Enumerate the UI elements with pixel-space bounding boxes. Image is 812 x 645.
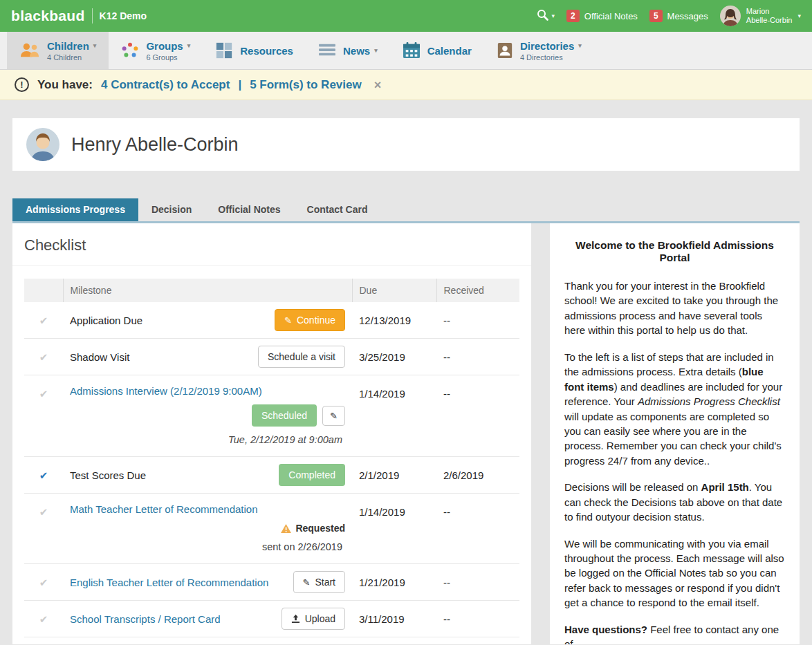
- start-button[interactable]: ✎Start: [293, 571, 345, 593]
- caret-down-icon: ▾: [93, 42, 97, 49]
- received-date: --: [436, 637, 519, 645]
- check-column-header: [24, 279, 63, 302]
- tab-decision[interactable]: Decision: [138, 198, 205, 221]
- welcome-paragraph: To the left is a list of steps that are …: [564, 350, 785, 469]
- due-date: 4/1/2019: [352, 637, 436, 645]
- warning-icon: [281, 524, 291, 533]
- nav-item-children[interactable]: Children▾ 4 Children: [7, 32, 109, 69]
- news-icon: [318, 43, 336, 58]
- main-content: Henry Abelle-Corbin Admissions Progress …: [0, 118, 812, 644]
- welcome-panel: Welcome to the Brookfield Admissions Por…: [550, 223, 800, 644]
- user-avatar: [720, 6, 741, 26]
- caret-down-icon: ▾: [578, 42, 582, 49]
- scheduled-status-badge: Scheduled: [252, 404, 317, 427]
- checklist-panel: Checklist Milestone Due Received: [12, 223, 531, 644]
- due-date: 12/13/2019: [352, 302, 436, 339]
- checklist-row-shadow-visit: ✔ Shadow Visit Schedule a visit 3/25/201…: [24, 339, 519, 375]
- calendar-icon: [403, 42, 421, 59]
- caret-down-icon: ▾: [374, 47, 378, 54]
- caret-down-icon: ▾: [552, 12, 555, 19]
- tab-admissions-progress[interactable]: Admissions Progress: [12, 198, 138, 221]
- check-icon: ✔: [24, 339, 63, 375]
- checklist-row-open-house: ✔ Attend an Open House Registered: [24, 637, 519, 645]
- due-date: 1/14/2019: [352, 375, 436, 457]
- transcripts-link[interactable]: School Transcripts / Report Card: [70, 613, 221, 625]
- nav-item-directories[interactable]: Directories▾ 4 Directories: [484, 32, 594, 69]
- brand-divider: [92, 8, 93, 24]
- english-letter-link[interactable]: English Teacher Letter of Recommendation: [70, 577, 268, 588]
- forms-to-review-link[interactable]: 5 Form(s) to Review: [250, 78, 362, 92]
- edit-icon: ✎: [284, 316, 292, 325]
- received-date: --: [436, 375, 519, 457]
- tab-official-notes[interactable]: Official Notes: [205, 198, 293, 221]
- received-date: --: [436, 339, 519, 375]
- nav-sub-groups: 6 Groups: [146, 53, 190, 62]
- table-header-row: Milestone Due Received: [24, 279, 519, 302]
- nav-item-groups[interactable]: Groups▾ 6 Groups: [109, 32, 203, 69]
- checklist-row-interview: ✔ Admissions Interview (2/12/2019 9:00AM…: [24, 375, 519, 457]
- official-notes-badge: 2: [566, 10, 580, 22]
- groups-icon: [121, 41, 139, 59]
- student-name: Henry Abelle-Corbin: [71, 134, 239, 156]
- due-column-header: Due: [352, 279, 436, 302]
- upload-button[interactable]: Upload: [282, 608, 345, 630]
- received-date: 2/6/2019: [436, 457, 519, 494]
- welcome-paragraph: Thank you for your interest in the Brook…: [564, 279, 785, 338]
- edit-icon: ✎: [330, 411, 338, 420]
- received-column-header: Received: [436, 279, 519, 302]
- nav-item-news[interactable]: News▾: [306, 32, 390, 69]
- continue-button[interactable]: ✎Continue: [275, 309, 345, 331]
- received-date: --: [436, 564, 519, 601]
- close-icon[interactable]: ×: [374, 79, 382, 91]
- children-icon: [19, 41, 40, 59]
- blackbaud-logo: blackbaud: [11, 8, 85, 24]
- milestone-label: Test Scores Due: [70, 469, 146, 481]
- tab-bar: Admissions Progress Decision Official No…: [12, 198, 800, 223]
- schedule-visit-button[interactable]: Schedule a visit: [258, 346, 345, 368]
- student-profile-header: Henry Abelle-Corbin: [12, 118, 800, 171]
- nav-sub-children: 4 Children: [47, 53, 96, 62]
- nav-item-calendar[interactable]: Calendar: [390, 32, 484, 69]
- user-menu[interactable]: Marion Abelle-Corbin ▾: [720, 6, 801, 26]
- received-date: --: [436, 601, 519, 637]
- completed-status-badge: Completed: [279, 464, 345, 486]
- messages-badge: 5: [649, 10, 663, 22]
- due-date: 2/1/2019: [352, 457, 436, 494]
- messages-link[interactable]: 5 Messages: [649, 10, 708, 22]
- check-icon: ✔: [24, 601, 63, 637]
- student-avatar: [26, 128, 59, 161]
- math-letter-link[interactable]: Math Teacher Letter of Recommendation: [70, 503, 345, 515]
- contracts-to-accept-link[interactable]: 4 Contract(s) to Accept: [101, 78, 230, 92]
- search-menu[interactable]: ▾: [537, 9, 555, 24]
- admissions-interview-link[interactable]: Admissions Interview (2/12/2019 9:00AM): [70, 385, 345, 397]
- nav-item-resources[interactable]: Resources: [203, 32, 306, 69]
- check-icon: ✔: [24, 375, 63, 457]
- directories-icon: [497, 42, 513, 59]
- app-name: K12 Demo: [100, 10, 147, 21]
- received-date: --: [436, 302, 519, 339]
- check-icon: ✔: [24, 494, 63, 564]
- alert-separator: |: [238, 78, 241, 92]
- checklist-row-application: ✔ Application Due ✎Continue 12/13/2019 -…: [24, 302, 519, 339]
- due-date: 3/11/2019: [352, 601, 436, 637]
- caret-down-icon: ▾: [187, 42, 191, 49]
- check-icon-completed: ✔: [24, 457, 63, 494]
- search-icon: [537, 9, 548, 24]
- notification-bar: ! You have: 4 Contract(s) to Accept | 5 …: [0, 70, 812, 100]
- tab-contact-card[interactable]: Contact Card: [294, 198, 381, 221]
- checklist-row-test-scores: ✔ Test Scores Due Completed 2/1/2019 2/6…: [24, 457, 519, 494]
- checklist-row-math-letter: ✔ Math Teacher Letter of Recommendation …: [24, 494, 519, 564]
- checklist-row-english-letter: ✔ English Teacher Letter of Recommendati…: [24, 564, 519, 601]
- upload-icon: [291, 615, 300, 624]
- due-date: 1/21/2019: [352, 564, 436, 601]
- official-notes-link[interactable]: 2 Official Notes: [566, 10, 638, 22]
- topbar-actions: ▾ 2 Official Notes 5 Messages Marion Abe…: [537, 6, 801, 26]
- milestone-column-header: Milestone: [63, 279, 352, 302]
- welcome-paragraph: Decisions will be released on April 15th…: [564, 480, 785, 524]
- edit-interview-button[interactable]: ✎: [322, 406, 345, 426]
- milestone-label: Application Due: [70, 315, 142, 326]
- requested-status: Requested: [281, 523, 345, 534]
- alert-prefix: You have:: [37, 78, 93, 92]
- exclamation-circle-icon: !: [15, 77, 29, 92]
- welcome-paragraph: Have questions? Feel free to contact any…: [564, 622, 785, 644]
